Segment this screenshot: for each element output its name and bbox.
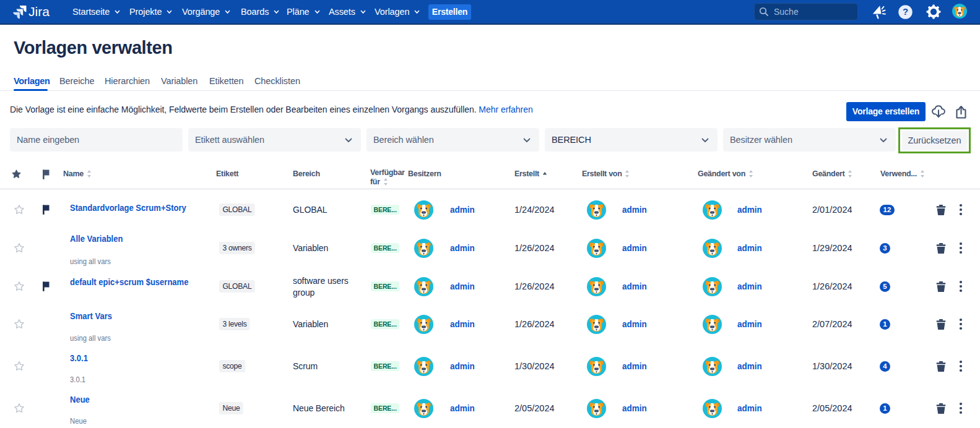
svg-text:?: ? <box>903 6 908 17</box>
